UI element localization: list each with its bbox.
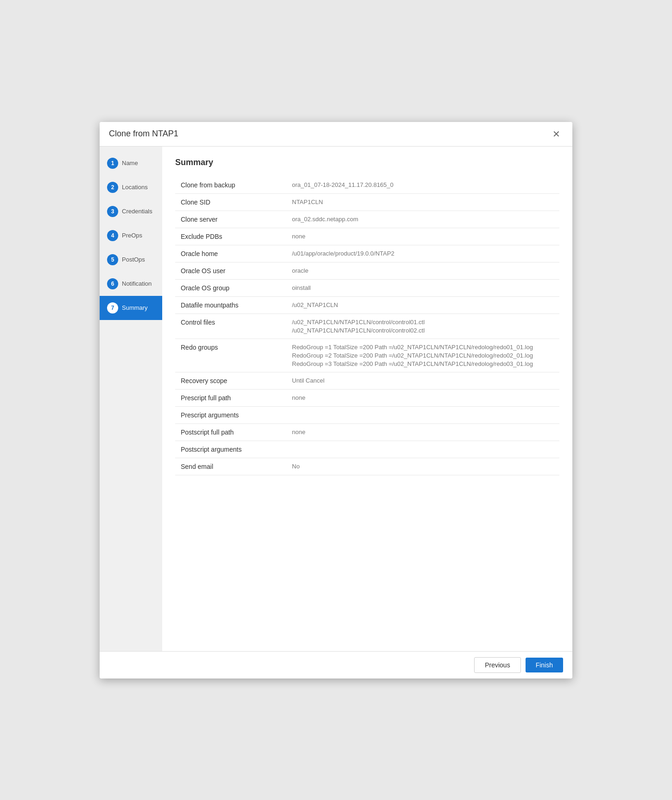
table-row: Clone SIDNTAP1CLN [175,193,559,211]
step-number-4: 4 [107,230,118,241]
table-row: Clone serverora_02.sddc.netapp.com [175,211,559,228]
modal-footer: Previous Finish [100,651,572,678]
row-label-4: Oracle home [175,245,286,262]
step-label-postops: PostOps [122,256,145,263]
table-row: Prescript arguments [175,406,559,423]
step-label-name: Name [122,160,138,166]
modal-container: Clone from NTAP1 ✕ 1Name2Locations3Crede… [100,122,572,678]
row-value-4: /u01/app/oracle/product/19.0.0/NTAP2 [286,245,559,262]
row-value-7: /u02_NTAP1CLN [286,296,559,314]
row-label-15: Send email [175,458,286,475]
sidebar-item-summary[interactable]: 7Summary [100,296,162,320]
step-label-summary: Summary [122,304,148,311]
row-value-1: NTAP1CLN [286,193,559,211]
sidebar-item-credentials[interactable]: 3Credentials [100,199,162,224]
modal-title: Clone from NTAP1 [109,129,178,139]
row-value-2: ora_02.sddc.netapp.com [286,211,559,228]
row-value-6: oinstall [286,279,559,296]
row-value-10: Until Cancel [286,372,559,389]
step-number-5: 5 [107,254,118,265]
row-value-13: none [286,423,559,441]
row-value-0: ora_01_07-18-2024_11.17.20.8165_0 [286,177,559,194]
table-row: Control files/u02_NTAP1CLN/NTAP1CLN/cont… [175,314,559,339]
table-row: Prescript full pathnone [175,389,559,406]
modal-body: 1Name2Locations3Credentials4PreOps5PostO… [100,147,572,651]
modal-header: Clone from NTAP1 ✕ [100,122,572,147]
row-value-3: none [286,228,559,245]
table-row: Exclude PDBsnone [175,228,559,245]
row-label-6: Oracle OS group [175,279,286,296]
step-number-6: 6 [107,278,118,289]
sidebar-item-notification[interactable]: 6Notification [100,272,162,296]
step-number-2: 2 [107,182,118,193]
table-row: Clone from backupora_01_07-18-2024_11.17… [175,177,559,194]
row-value-14 [286,441,559,458]
step-number-1: 1 [107,158,118,169]
row-label-9: Redo groups [175,339,286,372]
table-row: Oracle home/u01/app/oracle/product/19.0.… [175,245,559,262]
row-value-5: oracle [286,262,559,279]
row-label-7: Datafile mountpaths [175,296,286,314]
step-number-7: 7 [107,302,118,314]
row-label-12: Prescript arguments [175,406,286,423]
section-title: Summary [175,158,559,167]
row-label-11: Prescript full path [175,389,286,406]
sidebar-item-preops[interactable]: 4PreOps [100,224,162,248]
finish-button[interactable]: Finish [526,658,563,672]
table-row: Redo groupsRedoGroup =1 TotalSize =200 P… [175,339,559,372]
table-row: Postscript full pathnone [175,423,559,441]
sidebar: 1Name2Locations3Credentials4PreOps5PostO… [100,147,162,651]
row-label-3: Exclude PDBs [175,228,286,245]
row-label-8: Control files [175,314,286,339]
table-row: Recovery scopeUntil Cancel [175,372,559,389]
table-row: Send emailNo [175,458,559,475]
sidebar-item-postops[interactable]: 5PostOps [100,248,162,272]
row-value-9: RedoGroup =1 TotalSize =200 Path =/u02_N… [286,339,559,372]
step-number-3: 3 [107,206,118,217]
row-value-11: none [286,389,559,406]
row-value-8: /u02_NTAP1CLN/NTAP1CLN/control/control01… [286,314,559,339]
row-label-10: Recovery scope [175,372,286,389]
summary-table: Clone from backupora_01_07-18-2024_11.17… [175,177,559,475]
table-row: Postscript arguments [175,441,559,458]
sidebar-item-name[interactable]: 1Name [100,151,162,175]
sidebar-item-locations[interactable]: 2Locations [100,175,162,199]
row-label-0: Clone from backup [175,177,286,194]
row-value-15: No [286,458,559,475]
step-label-locations: Locations [122,184,148,191]
row-value-12 [286,406,559,423]
step-label-notification: Notification [122,280,152,287]
close-button[interactable]: ✕ [550,128,563,140]
main-content: Summary Clone from backupora_01_07-18-20… [162,147,572,651]
step-label-credentials: Credentials [122,208,152,215]
step-label-preops: PreOps [122,232,142,239]
row-label-14: Postscript arguments [175,441,286,458]
row-label-1: Clone SID [175,193,286,211]
row-label-5: Oracle OS user [175,262,286,279]
previous-button[interactable]: Previous [474,657,520,673]
table-row: Oracle OS useroracle [175,262,559,279]
row-label-2: Clone server [175,211,286,228]
table-row: Oracle OS groupoinstall [175,279,559,296]
row-label-13: Postscript full path [175,423,286,441]
table-row: Datafile mountpaths/u02_NTAP1CLN [175,296,559,314]
